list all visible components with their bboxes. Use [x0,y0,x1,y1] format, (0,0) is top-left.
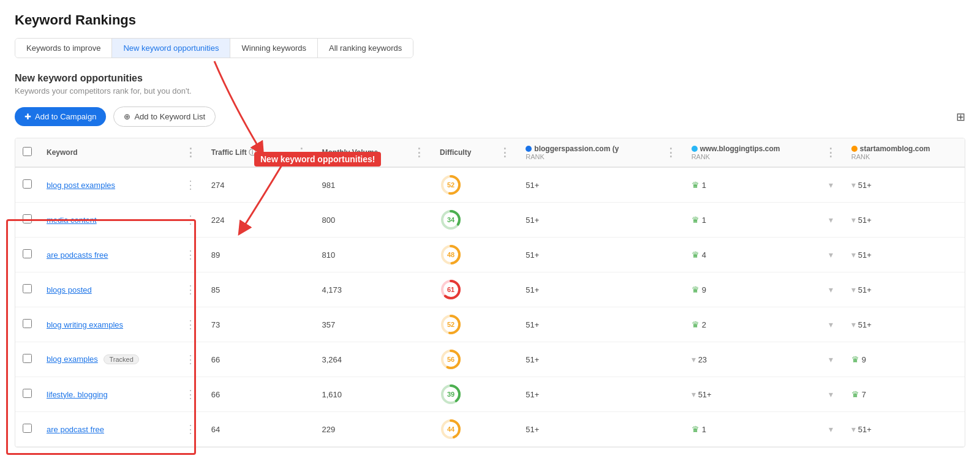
traffic-lift-cell: 64 [204,412,288,447]
col-menu-bp[interactable]: ⋮ [665,146,677,159]
tl-dot-menu-cell [288,342,315,377]
monthly-volume-cell: 3,264 [315,342,407,377]
keyword-link[interactable]: are podcasts free [47,250,108,260]
bp-dot-menu-cell [658,307,684,342]
bp-dot-menu-cell [658,377,684,412]
mv-dot-menu-cell [406,412,432,447]
row-checkbox[interactable] [23,389,32,398]
rank-down-icon: ▾ [829,354,833,364]
traffic-lift-cell: 274 [204,167,288,203]
row-dot-menu[interactable]: ⋮ [185,423,197,435]
table-row: blog post examples ⋮ 274 981 52 51+ ♛1 ▾… [15,167,965,203]
crown-icon: ♛ [692,424,699,434]
keyword-link[interactable]: blogs posted [47,285,92,294]
col-menu-mv[interactable]: ⋮ [413,146,425,159]
row-checkbox[interactable] [23,319,32,328]
monthly-volume-cell: 357 [315,307,407,342]
columns-icon[interactable]: ⊞ [956,110,965,124]
tl-dot-menu-cell [288,412,315,447]
row-checkbox[interactable] [23,249,32,258]
row-dot-menu[interactable]: ⋮ [185,214,197,226]
col-menu-bt[interactable]: ⋮ [825,146,837,159]
row-dot-menu[interactable]: ⋮ [185,318,197,331]
mv-dot-menu-cell [406,272,432,307]
select-all-checkbox[interactable] [23,147,32,156]
bp-rank-cell: 51+ [518,377,657,412]
row-checkbox[interactable] [23,179,32,189]
keyword-link[interactable]: blog writing examples [47,320,123,329]
row-checkbox[interactable] [23,214,32,223]
section-title: New keyword opportunities [15,73,965,84]
bp-dot-menu-cell [658,238,684,272]
sm-rank-cell: ▾51+ [844,238,965,272]
bt-rank-cell: ♛9 [684,272,818,307]
row-checkbox[interactable] [23,284,32,293]
crown-icon: ♛ [851,389,859,399]
keyword-link[interactable]: media content [47,216,97,225]
sm-rank-cell: ▾51+ [844,203,965,238]
th-keyword: Keyword [39,138,178,167]
bt-dot-menu-cell: ▾ [818,167,844,203]
col-menu-tl[interactable]: ⋮ [296,146,307,159]
bp-rank-cell: 51+ [518,307,657,342]
bp-rank-cell: 51+ [518,272,657,307]
bp-rank-cell: 51+ [518,167,657,203]
bp-rank-cell: 51+ [518,342,657,377]
th-dot-kw: ⋮ [178,138,204,167]
table-row: media content ⋮ 224 800 34 51+ ♛1 ▾ ▾51+ [15,203,965,238]
row-checkbox[interactable] [23,354,32,363]
traffic-lift-sort-icon[interactable]: ↓ [258,148,262,157]
action-bar: ✚ Add to Campaign ⊕ Add to Keyword List … [15,107,965,127]
row-dot-menu[interactable]: ⋮ [185,179,197,191]
table-row: blog examples Tracked ⋮ 66 3,264 56 51+ … [15,342,965,377]
th-monthly-volume: Monthly Volume [315,138,407,167]
row-dot-menu[interactable]: ⋮ [185,353,197,365]
th-dot-bt: ⋮ [818,138,844,167]
difficulty-circle: 34 [440,209,462,231]
keyword-dot-menu-cell: ⋮ [178,203,204,238]
mv-dot-menu-cell [406,342,432,377]
difficulty-cell: 52 [432,307,492,342]
bp-rank-cell: 51+ [518,238,657,272]
th-traffic-lift: Traffic Lift ⓘ ↓ [204,138,288,167]
row-checkbox-cell [15,412,39,447]
rank-down-icon: ▾ [829,320,833,329]
col-menu-kw[interactable]: ⋮ [185,146,197,159]
th-dot-tl: ⋮ [288,138,315,167]
monthly-volume-cell: 4,173 [315,272,407,307]
bp-dot [526,146,532,152]
row-dot-menu[interactable]: ⋮ [185,388,197,400]
add-keyword-list-button[interactable]: ⊕ Add to Keyword List [113,107,216,127]
keyword-link[interactable]: blog post examples [47,181,115,190]
keyword-cell: blog examples Tracked [39,342,178,377]
traffic-lift-cell: 224 [204,203,288,238]
difficulty-circle: 56 [440,348,462,370]
traffic-lift-info-icon[interactable]: ⓘ [249,148,256,157]
difficulty-circle: 48 [440,244,462,266]
down-arrow-icon: ▾ [692,389,696,399]
keyword-link[interactable]: lifestyle. blogging [47,390,108,399]
bt-rank-cell: ♛1 [684,167,818,203]
row-checkbox-cell [15,203,39,238]
bt-dot-menu-cell: ▾ [818,412,844,447]
keyword-link[interactable]: are podcast free [47,425,104,434]
d-dot-menu-cell [492,272,518,307]
traffic-lift-cell: 66 [204,377,288,412]
keyword-dot-menu-cell: ⋮ [178,377,204,412]
sm-rank-cell: ▾51+ [844,412,965,447]
row-dot-menu[interactable]: ⋮ [185,249,197,261]
tab-new-keyword-opportunities[interactable]: New keyword opportunities [112,39,230,58]
col-menu-d[interactable]: ⋮ [499,146,511,159]
mv-dot-menu-cell [406,238,432,272]
bp-dot-menu-cell [658,167,684,203]
keyword-link[interactable]: blog examples [47,354,98,364]
tab-winning-keywords[interactable]: Winning keywords [230,39,318,58]
d-dot-menu-cell [492,342,518,377]
d-dot-menu-cell [492,238,518,272]
row-checkbox[interactable] [23,424,32,433]
row-dot-menu[interactable]: ⋮ [185,283,197,296]
add-campaign-button[interactable]: ✚ Add to Campaign [15,107,106,126]
tab-keywords-to-improve[interactable]: Keywords to improve [15,39,112,58]
sm-rank-cell: ▾51+ [844,272,965,307]
tab-all-ranking-keywords[interactable]: All ranking keywords [318,39,413,58]
